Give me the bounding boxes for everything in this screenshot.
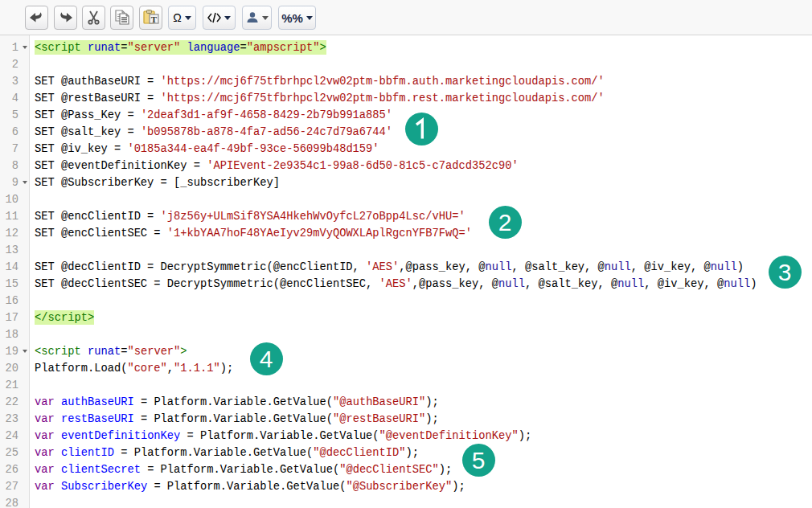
- svg-text:T: T: [151, 14, 158, 24]
